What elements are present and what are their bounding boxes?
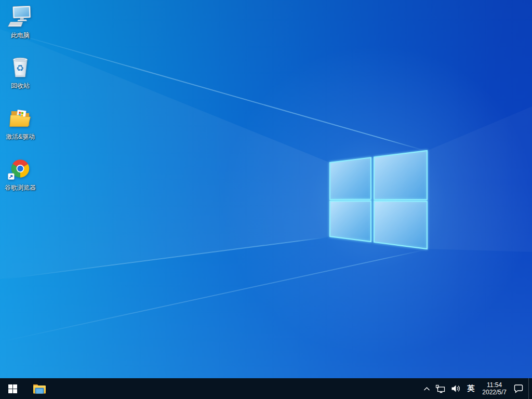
action-center-icon	[513, 384, 524, 393]
network-ethernet-icon	[435, 384, 446, 393]
desktop-icon-chrome[interactable]: 谷歌浏览器	[1, 156, 40, 191]
desktop-icon-label: 回收站	[1, 82, 40, 89]
light-ray	[0, 249, 427, 342]
this-pc-icon	[7, 4, 33, 30]
windows-logo-watermark	[0, 0, 532, 378]
chrome-icon	[7, 156, 33, 182]
start-button[interactable]	[0, 378, 25, 399]
wallpaper-gradient-overlay	[0, 0, 532, 378]
light-ray	[0, 236, 330, 280]
network-button[interactable]	[433, 378, 448, 399]
desktop-icon-this-pc[interactable]: 此电脑	[1, 4, 40, 39]
svg-text:♻: ♻	[16, 63, 24, 73]
clock-time: 11:54	[482, 381, 507, 389]
file-explorer-button[interactable]	[27, 378, 52, 399]
file-explorer-icon	[33, 383, 46, 394]
shortcut-arrow-badge	[8, 174, 15, 180]
folder-icon	[7, 105, 33, 131]
light-beam-right	[0, 0, 532, 378]
language-indicator[interactable]: 英	[463, 378, 478, 399]
light-beam-left	[0, 0, 532, 378]
taskbar: 英 11:54 2022/5/7	[0, 378, 532, 399]
recycle-bin-icon: ♻	[7, 55, 33, 81]
logo-glow	[0, 0, 532, 378]
desktop-icon-label: 激活&驱动	[1, 133, 40, 140]
windows-start-icon	[8, 384, 17, 393]
show-desktop-button[interactable]	[528, 378, 532, 399]
desktop-icon-recycle-bin[interactable]: ♻ 回收站	[1, 55, 40, 89]
clock-date: 2022/5/7	[482, 389, 507, 396]
light-ray	[0, 29, 427, 152]
system-tray: 英 11:54 2022/5/7	[421, 378, 532, 399]
desktop-icon-label: 此电脑	[1, 32, 40, 39]
speaker-icon	[451, 384, 461, 393]
desktop-surface[interactable]: 此电脑 ♻ 回收站	[0, 0, 532, 378]
volume-button[interactable]	[448, 378, 463, 399]
taskbar-clock[interactable]: 11:54 2022/5/7	[478, 378, 511, 399]
hidden-icons-button[interactable]	[421, 378, 433, 399]
chevron-up-icon	[423, 387, 430, 391]
desktop-icon-label: 谷歌浏览器	[1, 184, 40, 191]
action-center-button[interactable]	[511, 378, 526, 399]
desktop-icon-drivers-folder[interactable]: 激活&驱动	[1, 105, 40, 140]
